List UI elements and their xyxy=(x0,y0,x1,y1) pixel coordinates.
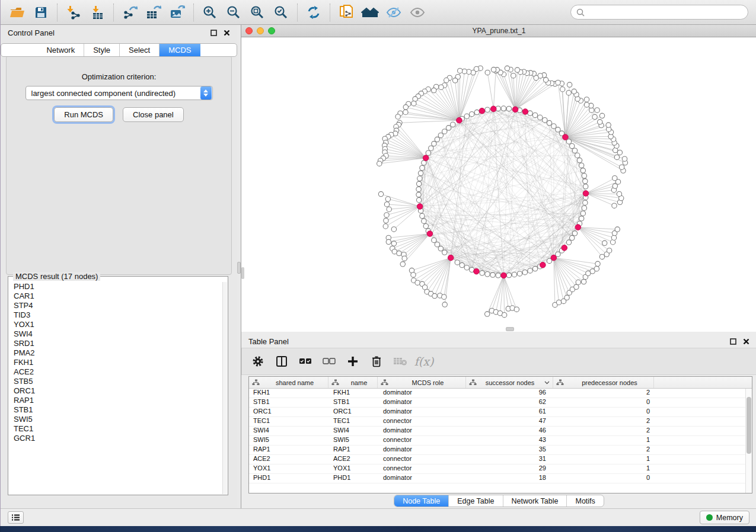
graph-node[interactable] xyxy=(543,78,548,82)
tab-network-table[interactable]: Network Table xyxy=(503,495,567,507)
graph-node[interactable] xyxy=(501,106,506,111)
graph-node[interactable] xyxy=(480,271,484,275)
mcds-result-item[interactable]: YOX1 xyxy=(14,320,222,329)
graph-node[interactable] xyxy=(577,158,582,162)
graph-node[interactable] xyxy=(442,302,447,307)
tab-motifs[interactable]: Motifs xyxy=(566,495,603,507)
graph-hub-node[interactable] xyxy=(490,106,496,112)
graph-hub-node[interactable] xyxy=(522,109,528,115)
column-header-predecessor-nodes[interactable]: predecessor nodes xyxy=(553,377,654,388)
tab-style[interactable]: Style xyxy=(84,44,119,56)
column-header-successor-nodes[interactable]: successor nodes xyxy=(466,377,553,388)
mcds-result-item[interactable]: ORC1 xyxy=(14,386,222,396)
hide-selected-button[interactable] xyxy=(382,2,406,23)
graph-node[interactable] xyxy=(517,271,522,276)
graph-node[interactable] xyxy=(584,102,589,107)
close-panel-button[interactable]: Close panel xyxy=(123,107,184,122)
graph-hub-node[interactable] xyxy=(501,273,507,278)
cell-shared-name[interactable]: TEC1 xyxy=(249,417,328,426)
graph-node[interactable] xyxy=(383,224,388,229)
cell-name[interactable]: STB1 xyxy=(328,398,378,407)
graph-node[interactable] xyxy=(415,280,420,285)
graph-node[interactable] xyxy=(583,200,588,205)
graph-node[interactable] xyxy=(377,161,382,166)
graph-node[interactable] xyxy=(429,146,433,150)
graph-node[interactable] xyxy=(444,78,449,82)
cell-name[interactable]: YOX1 xyxy=(328,464,378,473)
graph-node[interactable] xyxy=(515,68,519,72)
graph-node[interactable] xyxy=(411,273,416,277)
graph-node[interactable] xyxy=(451,122,455,127)
graph-node[interactable] xyxy=(598,120,602,124)
graph-node[interactable] xyxy=(566,139,571,144)
graph-node[interactable] xyxy=(422,219,426,223)
column-header-name[interactable]: name xyxy=(328,377,378,388)
graph-node[interactable] xyxy=(418,171,423,175)
graph-node[interactable] xyxy=(395,114,400,119)
table-row[interactable]: STB1STB1dominator620 xyxy=(249,398,752,408)
graph-hub-node[interactable] xyxy=(423,155,429,161)
graph-node[interactable] xyxy=(551,124,556,129)
graph-node[interactable] xyxy=(442,294,446,299)
graph-node[interactable] xyxy=(622,156,627,161)
graph-node[interactable] xyxy=(502,312,506,317)
graph-node[interactable] xyxy=(385,197,390,201)
delete-columns-button[interactable] xyxy=(368,352,385,370)
cell-MCDS-role[interactable]: connector xyxy=(378,417,466,426)
graph-node[interactable] xyxy=(474,110,479,114)
cell-successor-nodes[interactable]: 43 xyxy=(466,436,553,445)
mcds-result-item[interactable]: STB1 xyxy=(14,405,222,415)
open-session-button[interactable] xyxy=(5,2,29,23)
graph-node[interactable] xyxy=(435,242,439,246)
graph-node[interactable] xyxy=(522,270,527,274)
table-row[interactable]: ACE2ACE2connector311 xyxy=(249,455,752,464)
cell-predecessor-nodes[interactable]: 2 xyxy=(553,417,654,426)
cell-MCDS-role[interactable]: connector xyxy=(378,464,466,473)
graph-hub-node[interactable] xyxy=(583,191,589,197)
graph-node[interactable] xyxy=(532,266,537,271)
graph-node[interactable] xyxy=(416,187,421,191)
graph-hub-node[interactable] xyxy=(563,134,569,140)
cell-predecessor-nodes[interactable]: 0 xyxy=(553,408,654,416)
cell-shared-name[interactable]: FKH1 xyxy=(249,389,328,398)
duplicate-network-button[interactable] xyxy=(334,2,358,23)
graph-node[interactable] xyxy=(506,273,511,277)
graph-hub-node[interactable] xyxy=(448,255,454,261)
run-mcds-button[interactable]: Run MCDS xyxy=(54,107,113,122)
graph-node[interactable] xyxy=(580,168,585,173)
select-all-button[interactable] xyxy=(296,352,314,370)
graph-node[interactable] xyxy=(617,191,621,196)
cell-MCDS-role[interactable]: dominator xyxy=(378,427,466,435)
graph-hub-node[interactable] xyxy=(540,262,546,268)
graph-node[interactable] xyxy=(485,312,490,316)
graph-node[interactable] xyxy=(595,261,600,266)
graph-hub-node[interactable] xyxy=(417,204,423,210)
graph-node[interactable] xyxy=(617,150,622,155)
column-header-MCDS-role[interactable]: MCDS role xyxy=(378,377,466,388)
import-table-button[interactable] xyxy=(85,2,109,23)
cell-predecessor-nodes[interactable]: 2 xyxy=(553,427,654,435)
graph-node[interactable] xyxy=(417,176,422,181)
cell-shared-name[interactable]: ACE2 xyxy=(249,455,328,464)
cell-name[interactable]: TEC1 xyxy=(328,417,378,426)
mcds-result-item[interactable]: TEC1 xyxy=(14,424,222,434)
graph-node[interactable] xyxy=(416,192,421,197)
table-row[interactable]: SWI4SWI4dominator462 xyxy=(249,427,752,436)
float-panel-icon[interactable] xyxy=(209,28,218,37)
cell-name[interactable]: PHD1 xyxy=(328,474,378,483)
graph-node[interactable] xyxy=(439,85,444,89)
cell-MCDS-role[interactable]: connector xyxy=(378,436,466,445)
cell-shared-name[interactable]: YOX1 xyxy=(249,464,328,473)
graph-node[interactable] xyxy=(485,107,490,112)
graph-node[interactable] xyxy=(595,108,599,113)
graph-node[interactable] xyxy=(583,184,588,189)
cell-successor-nodes[interactable]: 47 xyxy=(466,417,553,426)
mcds-result-item[interactable]: FKH1 xyxy=(14,358,222,367)
graph-hub-node[interactable] xyxy=(457,117,462,123)
cell-predecessor-nodes[interactable]: 1 xyxy=(553,455,654,464)
graph-node[interactable] xyxy=(611,235,616,240)
graph-node[interactable] xyxy=(579,216,583,221)
tab-network[interactable]: Network xyxy=(37,44,84,56)
graph-node[interactable] xyxy=(583,179,588,184)
graph-node[interactable] xyxy=(432,293,437,298)
